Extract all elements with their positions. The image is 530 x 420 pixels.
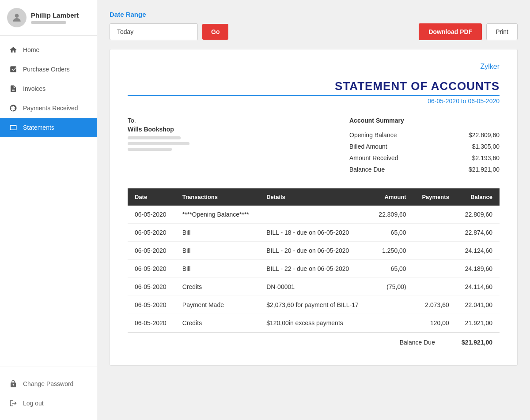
td-date-3: 06-05-2020 bbox=[128, 260, 175, 278]
summary-amount-received: Amount Received $2.193,60 bbox=[349, 152, 500, 164]
transactions-table: Date Transactions Details Amount Payment… bbox=[128, 188, 500, 332]
summary-value-opening-balance: $22.809,60 bbox=[469, 131, 500, 139]
td-details-0 bbox=[259, 206, 370, 224]
th-balance: Balance bbox=[456, 188, 500, 206]
statement-title: STATEMENT OF ACCOUNTS bbox=[128, 79, 500, 93]
address-line-3 bbox=[128, 148, 172, 151]
sidebar-item-purchase-orders[interactable]: Purchase Orders bbox=[0, 60, 97, 79]
top-controls: Go Download PDF Print bbox=[110, 23, 518, 40]
td-balance-4: 24.114,60 bbox=[456, 278, 500, 296]
username: Phillip Lambert bbox=[31, 11, 79, 19]
table-row: 06-05-2020 Credits DN-00001 (75,00) 24.1… bbox=[128, 278, 500, 296]
statement-panel: Zylker STATEMENT OF ACCOUNTS 06-05-2020 … bbox=[110, 49, 518, 366]
balance-due-footer-label: Balance Due bbox=[400, 339, 435, 346]
sidebar-item-statements[interactable]: Statements bbox=[0, 118, 97, 137]
lock-icon bbox=[9, 379, 18, 388]
td-details-4: DN-00001 bbox=[259, 278, 370, 296]
td-details-3: BILL - 22 - due on 06-05-2020 bbox=[259, 260, 370, 278]
statement-date-range: 06-05-2020 to 06-05-2020 bbox=[128, 95, 500, 105]
date-input[interactable] bbox=[110, 23, 198, 40]
summary-label-balance-due: Balance Due bbox=[349, 166, 385, 173]
payments-icon bbox=[9, 104, 18, 112]
user-subtitle bbox=[31, 21, 66, 24]
td-details-2: BILL - 20 - due on 06-05-2020 bbox=[259, 242, 370, 260]
td-payments-2 bbox=[413, 242, 456, 260]
th-date: Date bbox=[128, 188, 175, 206]
logout-icon bbox=[9, 399, 18, 408]
summary-value-balance-due: $21.921,00 bbox=[469, 166, 500, 173]
to-label: To, bbox=[128, 117, 189, 124]
td-amount-5 bbox=[370, 296, 413, 314]
td-details-6: $120,00in excess payments bbox=[259, 314, 370, 332]
td-amount-1: 65,00 bbox=[370, 224, 413, 242]
th-payments: Payments bbox=[413, 188, 456, 206]
statement-header: Zylker bbox=[128, 63, 500, 71]
summary-label-amount-received: Amount Received bbox=[349, 154, 398, 161]
table-row: 06-05-2020 Bill BILL - 18 - due on 06-05… bbox=[128, 224, 500, 242]
td-balance-3: 24.189,60 bbox=[456, 260, 500, 278]
sidebar-label-change-password: Change Password bbox=[23, 380, 73, 387]
statements-icon bbox=[9, 123, 18, 132]
summary-label-billed-amount: Billed Amount bbox=[349, 143, 387, 150]
statement-middle: To, Wills Bookshop Account Summary Openi… bbox=[128, 117, 500, 175]
company-name: Zylker bbox=[480, 63, 500, 71]
td-date-0: 06-05-2020 bbox=[128, 206, 175, 224]
td-transaction-0: ****Opening Balance**** bbox=[175, 206, 259, 224]
table-row: 06-05-2020 Bill BILL - 20 - due on 06-05… bbox=[128, 242, 500, 260]
sidebar-item-change-password[interactable]: Change Password bbox=[0, 374, 97, 394]
sidebar-label-home: Home bbox=[23, 46, 39, 53]
table-row: 06-05-2020 Bill BILL - 22 - due on 06-05… bbox=[128, 260, 500, 278]
sidebar-label-purchase-orders: Purchase Orders bbox=[23, 66, 70, 73]
td-date-6: 06-05-2020 bbox=[128, 314, 175, 332]
summary-value-amount-received: $2.193,60 bbox=[472, 154, 500, 161]
go-button[interactable]: Go bbox=[202, 24, 228, 40]
td-payments-0 bbox=[413, 206, 456, 224]
table-row: 06-05-2020 Payment Made $2,073,60 for pa… bbox=[128, 296, 500, 314]
purchase-orders-icon bbox=[9, 65, 18, 74]
td-date-1: 06-05-2020 bbox=[128, 224, 175, 242]
date-range-label: Date Range bbox=[110, 11, 518, 18]
main-nav: Home Purchase Orders Invoices Payments R… bbox=[0, 36, 97, 367]
summary-billed-amount: Billed Amount $1.305,00 bbox=[349, 141, 500, 152]
sidebar-label-invoices: Invoices bbox=[23, 85, 45, 92]
table-header-row: Date Transactions Details Amount Payment… bbox=[128, 188, 500, 206]
table-row: 06-05-2020 Credits $120,00in excess paym… bbox=[128, 314, 500, 332]
invoices-icon bbox=[9, 84, 18, 93]
to-company: Wills Bookshop bbox=[128, 126, 189, 133]
sidebar-item-home[interactable]: Home bbox=[0, 40, 97, 60]
main-content: Date Range Go Download PDF Print Zylker … bbox=[97, 0, 530, 420]
avatar bbox=[7, 8, 26, 27]
td-amount-3: 65,00 bbox=[370, 260, 413, 278]
summary-opening-balance: Opening Balance $22.809,60 bbox=[349, 129, 500, 141]
sidebar-label-logout: Log out bbox=[23, 400, 44, 407]
th-details: Details bbox=[259, 188, 370, 206]
sidebar-item-logout[interactable]: Log out bbox=[0, 394, 97, 413]
td-transaction-3: Bill bbox=[175, 260, 259, 278]
sidebar-label-payments-received: Payments Received bbox=[23, 105, 78, 112]
print-button[interactable]: Print bbox=[486, 23, 518, 40]
table-row: 06-05-2020 ****Opening Balance**** 22.80… bbox=[128, 206, 500, 224]
download-pdf-button[interactable]: Download PDF bbox=[419, 23, 482, 40]
td-payments-6: 120,00 bbox=[413, 314, 456, 332]
sidebar-item-invoices[interactable]: Invoices bbox=[0, 79, 97, 98]
address-line-2 bbox=[128, 142, 189, 145]
sidebar-label-statements: Statements bbox=[23, 124, 54, 131]
user-profile: Phillip Lambert bbox=[0, 0, 97, 36]
svg-point-0 bbox=[15, 14, 19, 18]
td-payments-4 bbox=[413, 278, 456, 296]
home-icon bbox=[9, 45, 18, 54]
top-right-buttons: Download PDF Print bbox=[419, 23, 518, 40]
td-balance-6: 21.921,00 bbox=[456, 314, 500, 332]
td-date-4: 06-05-2020 bbox=[128, 278, 175, 296]
td-transaction-2: Bill bbox=[175, 242, 259, 260]
td-balance-2: 24.124,60 bbox=[456, 242, 500, 260]
table-footer: Balance Due $21.921,00 bbox=[128, 332, 500, 352]
td-amount-2: 1.250,00 bbox=[370, 242, 413, 260]
td-transaction-5: Payment Made bbox=[175, 296, 259, 314]
td-details-1: BILL - 18 - due on 06-05-2020 bbox=[259, 224, 370, 242]
td-balance-0: 22.809,60 bbox=[456, 206, 500, 224]
td-payments-1 bbox=[413, 224, 456, 242]
sidebar-item-payments-received[interactable]: Payments Received bbox=[0, 98, 97, 118]
td-date-2: 06-05-2020 bbox=[128, 242, 175, 260]
td-payments-5: 2.073,60 bbox=[413, 296, 456, 314]
